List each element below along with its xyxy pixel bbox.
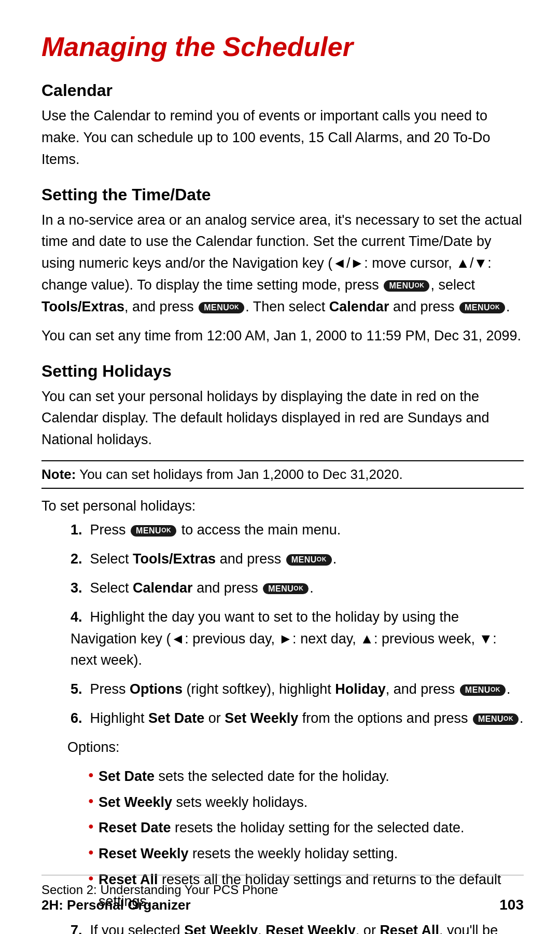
page-title: Managing the Scheduler (41, 31, 524, 62)
menu-btn-s2: MENUOK (286, 554, 332, 566)
step7-list: 7. If you selected Set Weekly, Reset Wee… (67, 920, 524, 934)
note-label: Note: (41, 466, 76, 482)
to-set-text: To set personal holidays: (41, 498, 524, 514)
calendar-heading: Calendar (41, 81, 524, 100)
timedate-body1: In a no-service area or an analog servic… (41, 210, 524, 318)
menu-btn-3: MENUOK (459, 302, 505, 313)
step-7: 7. If you selected Set Weekly, Reset Wee… (67, 920, 524, 934)
footer-section: Section 2: Understanding Your PCS Phone (41, 883, 278, 897)
section-holidays: Setting Holidays You can set your person… (41, 362, 524, 451)
section-timedate: Setting the Time/Date In a no-service ar… (41, 185, 524, 347)
timedate-body2: You can set any time from 12:00 AM, Jan … (41, 325, 524, 347)
footer-left: Section 2: Understanding Your PCS Phone … (41, 883, 278, 913)
footer: Section 2: Understanding Your PCS Phone … (41, 875, 524, 913)
option-set-date: Set Date sets the selected date for the … (88, 766, 524, 788)
timedate-heading: Setting the Time/Date (41, 185, 524, 204)
step-4: 4. Highlight the day you want to set to … (67, 607, 524, 672)
holidays-heading: Setting Holidays (41, 362, 524, 381)
option-reset-date: Reset Date resets the holiday setting fo… (88, 817, 524, 839)
menu-btn-2: MENUOK (199, 302, 244, 313)
step-6: 6. Highlight Set Date or Set Weekly from… (67, 708, 524, 730)
menu-btn-s5: MENUOK (460, 684, 506, 696)
option-reset-weekly: Reset Weekly resets the weekly holiday s… (88, 843, 524, 865)
calendar-body: Use the Calendar to remind you of events… (41, 105, 524, 171)
holidays-body: You can set your personal holidays by di… (41, 386, 524, 451)
steps-list: 1. Press MENUOK to access the main menu.… (67, 519, 524, 730)
menu-btn-1: MENUOK (384, 280, 429, 292)
options-label: Options: (67, 737, 524, 759)
section-calendar: Calendar Use the Calendar to remind you … (41, 81, 524, 171)
note-text: You can set holidays from Jan 1,2000 to … (79, 466, 402, 482)
step-3: 3. Select Calendar and press MENUOK. (67, 578, 524, 599)
note-box: Note: You can set holidays from Jan 1,20… (41, 460, 524, 489)
option-set-weekly: Set Weekly sets weekly holidays. (88, 792, 524, 814)
step-1: 1. Press MENUOK to access the main menu. (67, 519, 524, 541)
menu-btn-s3: MENUOK (263, 583, 309, 595)
step-2: 2. Select Tools/Extras and press MENUOK. (67, 548, 524, 570)
footer-page: 103 (499, 897, 524, 913)
step-5: 5. Press Options (right softkey), highli… (67, 679, 524, 700)
menu-btn-s6: MENUOK (473, 713, 519, 725)
footer-subsection: 2H: Personal Organizer (41, 897, 278, 913)
menu-btn-s1: MENUOK (131, 525, 176, 537)
